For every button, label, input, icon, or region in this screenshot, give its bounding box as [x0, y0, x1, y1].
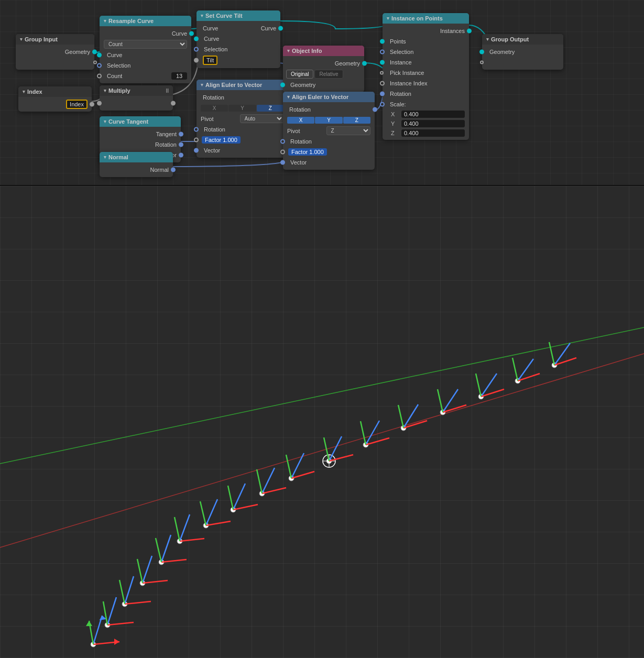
oi-original-btn[interactable]: Original [286, 70, 313, 79]
group-output-title: Group Output [491, 36, 529, 42]
normal-node[interactable]: ▾ Normal Normal [100, 152, 173, 177]
iop-scale-x-value[interactable]: 0.400 [401, 111, 465, 118]
viewport[interactable] [0, 186, 644, 658]
aer-rotation-socket-right [373, 107, 377, 112]
instance-on-points-body: Instances Points Selection Instance Pick… [383, 24, 469, 140]
curve-socket-right [189, 31, 194, 36]
group-input-node[interactable]: ▾ Group Input Geometry [16, 34, 94, 70]
aer-z-btn[interactable]: Z [343, 117, 370, 124]
rotation-label: Rotation [104, 141, 177, 148]
aer-factor-socket [280, 150, 285, 155]
normal-body: Normal [100, 162, 173, 177]
mode-row[interactable]: Count [100, 39, 191, 50]
go-geometry-socket [479, 50, 484, 54]
selection-socket [97, 63, 102, 68]
ael-pivot-select[interactable]: Auto [240, 114, 285, 123]
aer-factor-value[interactable]: Factor 1.000 [288, 148, 327, 156]
index-title: Index [27, 89, 42, 95]
aer-vector-label: Vector [286, 159, 370, 166]
aer-y-btn[interactable]: Y [315, 117, 342, 124]
align-euler-left-node[interactable]: ▾ Align Euler to Vector Rotation X Y Z P… [197, 80, 288, 158]
ael-xyz-group[interactable]: X Y Z [201, 105, 284, 112]
selection-row: Selection [100, 60, 191, 71]
mode-select[interactable]: Count [104, 40, 187, 49]
aer-xyz-row[interactable]: X Y Z [283, 115, 375, 125]
index-body: Index [18, 97, 92, 112]
align-euler-right-body: Rotation X Y Z Pivot Z Rotation [283, 102, 375, 170]
align-euler-right-node[interactable]: ▾ Align Euler to Vector Rotation X Y Z P… [283, 92, 375, 170]
aer-x-btn[interactable]: X [287, 117, 314, 124]
go-geometry: Geometry [482, 47, 563, 57]
oi-geometry-label: Geometry [287, 60, 360, 67]
normal-title: Normal [108, 154, 128, 160]
sct-tilt-value[interactable]: Tilt [203, 56, 217, 65]
ael-vector-socket [194, 148, 199, 153]
oi-toggle-group[interactable]: Original Relative [283, 69, 364, 80]
ael-x-btn[interactable]: X [201, 105, 228, 112]
rotation-out-row: Rotation [100, 139, 181, 150]
count-socket [97, 74, 102, 79]
iop-points: Points [383, 36, 469, 47]
chevron-icon: ▾ [486, 37, 489, 42]
aer-pivot-row[interactable]: Pivot Z [283, 125, 375, 136]
oi-geometry-socket [362, 61, 367, 66]
iop-selection-label: Selection [386, 49, 465, 55]
aer-xyz-group[interactable]: X Y Z [287, 117, 370, 124]
set-curve-tilt-node[interactable]: ▾ Set Curve Tilt Curve Curve Curve Selec… [197, 10, 280, 68]
aer-pivot-label: Pivot [287, 128, 326, 134]
aer-rotation-in-label: Rotation [286, 138, 370, 145]
ael-vector-label: Vector [200, 147, 284, 153]
count-value[interactable]: 13 [171, 72, 187, 80]
instance-on-points-header: ▾ Instance on Points [383, 13, 469, 24]
aer-pivot-select[interactable]: Z [326, 126, 371, 135]
iop-scale-x: X 0.400 [383, 109, 469, 119]
sct-tilt[interactable]: Tilt [197, 54, 280, 66]
aer-vector-socket [280, 160, 285, 165]
object-info-node[interactable]: ▾ Object Info Geometry Original Relative… [283, 46, 364, 92]
index-value-active[interactable]: Index [66, 100, 88, 109]
iop-instance-socket [380, 60, 385, 65]
ael-pivot-row[interactable]: Pivot Auto [197, 113, 288, 124]
circle-row [16, 57, 94, 68]
iop-pick-instance-label: Pick Instance [386, 70, 465, 76]
ael-factor-value[interactable]: Factor 1.000 [202, 136, 241, 144]
oi-geometry-out: Geometry [283, 58, 364, 69]
curve-input-row: Curve [100, 50, 191, 60]
node-editor[interactable]: ▾ Group Input Geometry ▾ Index Index [0, 0, 644, 186]
group-output-node[interactable]: ▾ Group Output Geometry [482, 34, 563, 70]
geometry-output-row: Geometry [16, 47, 94, 57]
ael-xyz-row[interactable]: X Y Z [197, 103, 288, 113]
iop-scale-z-value[interactable]: 0.400 [401, 129, 465, 137]
index-node[interactable]: ▾ Index Index [18, 86, 92, 112]
curve-tangent-title: Curve Tangent [108, 118, 148, 125]
chevron-icon: ▾ [287, 94, 290, 100]
resample-curve-node[interactable]: ▾ Resample Curve Curve Count Curve Selec… [100, 16, 191, 83]
multiply-header: ▾ Multiply II [100, 85, 173, 96]
ael-rotation-in-label: Rotation [200, 126, 284, 133]
rotation-socket [179, 142, 183, 147]
aer-rotation-out-text: Rotation [287, 106, 370, 113]
ael-rotation-out-text: Rotation [201, 94, 284, 101]
mult-socket-in1 [97, 101, 102, 106]
object-info-title: Object Info [292, 48, 322, 54]
ael-z-btn[interactable]: Z [257, 105, 284, 112]
normal-row: Normal [100, 165, 173, 175]
iop-selection-socket [380, 50, 385, 54]
ael-y-btn[interactable]: Y [228, 105, 256, 112]
vector-socket [179, 153, 183, 158]
sct-selection-socket [194, 47, 199, 52]
index-socket-right [90, 102, 94, 107]
go-geometry-label: Geometry [485, 49, 559, 55]
iop-scale: Scale: [383, 99, 469, 109]
iop-scale-socket [380, 102, 385, 107]
iop-scale-y-value[interactable]: 0.400 [401, 120, 465, 127]
instance-on-points-node[interactable]: ▾ Instance on Points Instances Points Se… [383, 13, 469, 140]
align-euler-left-body: Rotation X Y Z Pivot Auto R [197, 90, 288, 158]
mult-socket-out [171, 101, 176, 106]
oi-relative-btn[interactable]: Relative [314, 70, 343, 79]
multiply-node[interactable]: ▾ Multiply II [100, 85, 173, 111]
set-curve-tilt-body: Curve Curve Curve Selection Tilt [197, 21, 280, 68]
align-euler-left-header: ▾ Align Euler to Vector [197, 80, 288, 90]
resample-body: Curve Count Curve Selection Count 13 [100, 26, 191, 83]
ael-rotation-in-socket [194, 127, 199, 132]
